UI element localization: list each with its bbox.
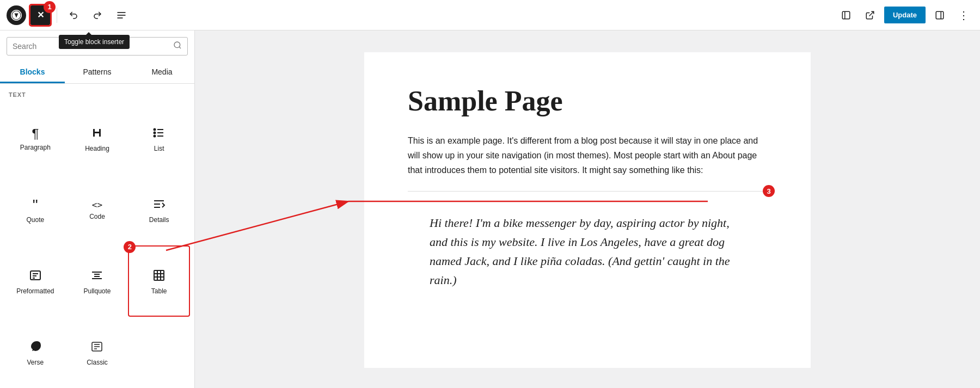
close-icon: ✕ (37, 10, 44, 20)
quote-text: Hi there! I'm a bike messenger by day, a… (430, 213, 745, 290)
preformatted-icon (29, 269, 42, 284)
code-label: Code (89, 213, 105, 220)
badge-3: 3 (763, 185, 775, 197)
quote-label: Quote (26, 216, 44, 224)
quote-block: Hi there! I'm a bike messenger by day, a… (408, 202, 767, 301)
details-label: Details (149, 216, 169, 224)
block-item-preformatted[interactable]: Preformatted (4, 245, 66, 317)
redo-button[interactable] (88, 5, 107, 25)
undo-button[interactable] (64, 5, 83, 25)
block-item-code[interactable]: <> Code (66, 174, 128, 245)
tab-blocks[interactable]: Blocks (0, 62, 65, 83)
pullquote-label: Pullquote (83, 287, 111, 295)
tabs: Blocks Patterns Media (0, 62, 194, 84)
block-item-list[interactable]: List (128, 102, 190, 174)
quote-icon: " (33, 198, 38, 213)
block-item-quote[interactable]: " Quote (4, 174, 66, 245)
blocks-grid: ¶ Paragraph Heading (0, 102, 194, 388)
toolbar-right: Update ⋮ (836, 5, 973, 25)
svg-line-8 (869, 11, 873, 16)
svg-point-11 (174, 42, 180, 48)
block-item-classic[interactable]: Classic (66, 317, 128, 388)
svg-line-12 (179, 47, 181, 48)
divider-container: 3 (408, 191, 767, 192)
list-label: List (154, 145, 164, 152)
block-item-pullquote[interactable]: Pullquote (66, 245, 128, 317)
heading-icon (90, 126, 103, 141)
page-body: This is an example page. It's different … (408, 133, 767, 178)
editor-area[interactable]: Sample Page This is an example page. It'… (195, 30, 980, 388)
view-button[interactable] (836, 5, 856, 25)
text-section-label: TEXT (0, 84, 194, 102)
svg-rect-9 (936, 11, 944, 19)
pullquote-icon (90, 269, 103, 284)
paragraph-label: Paragraph (20, 144, 51, 151)
badge-2: 2 (124, 241, 136, 253)
badge-1: 1 (44, 1, 56, 13)
settings-button[interactable] (930, 5, 950, 25)
svg-rect-30 (154, 270, 164, 280)
svg-point-18 (154, 135, 156, 137)
table-icon (152, 269, 166, 284)
svg-point-17 (154, 132, 156, 133)
preformatted-label: Preformatted (16, 287, 54, 295)
tab-patterns[interactable]: Patterns (65, 62, 130, 83)
more-options-button[interactable]: ⋮ (954, 5, 973, 25)
details-icon (152, 198, 166, 213)
classic-icon (90, 340, 103, 355)
tab-media[interactable]: Media (130, 62, 194, 83)
verse-icon (29, 340, 42, 355)
classic-label: Classic (87, 359, 108, 366)
table-label: Table (151, 287, 167, 295)
block-item-verse[interactable]: Verse (4, 317, 66, 388)
list-icon (152, 126, 166, 141)
page-content: Sample Page This is an example page. It'… (364, 52, 811, 368)
page-title: Sample Page (408, 85, 767, 117)
divider-line (408, 191, 767, 192)
svg-point-16 (154, 128, 156, 130)
wordpress-logo (7, 5, 26, 25)
toolbar-separator-1 (57, 8, 57, 23)
toggle-block-inserter-wrapper: ✕ 1 Toggle block inserter (30, 5, 50, 25)
block-item-table[interactable]: 2 Table (128, 245, 190, 317)
external-link-button[interactable] (860, 5, 880, 25)
sidebar-inner: TEXT ¶ Paragraph Heading (0, 84, 194, 388)
list-view-button[interactable] (112, 5, 131, 25)
block-inserter-sidebar: Blocks Patterns Media TEXT ¶ Paragraph (0, 30, 195, 388)
code-icon: <> (92, 201, 102, 210)
search-icon (173, 41, 182, 52)
toggle-tooltip: Toggle block inserter (59, 35, 130, 49)
main-layout: Blocks Patterns Media TEXT ¶ Paragraph (0, 30, 980, 388)
block-item-details[interactable]: Details (128, 174, 190, 245)
heading-label: Heading (85, 145, 109, 152)
update-button[interactable]: Update (884, 7, 926, 23)
main-toolbar: ✕ 1 Toggle block inserter (0, 0, 980, 30)
block-item-paragraph[interactable]: ¶ Paragraph (4, 102, 66, 174)
block-item-heading[interactable]: Heading (66, 102, 128, 174)
verse-label: Verse (27, 359, 44, 366)
paragraph-icon: ¶ (32, 127, 39, 140)
svg-rect-6 (842, 11, 850, 19)
